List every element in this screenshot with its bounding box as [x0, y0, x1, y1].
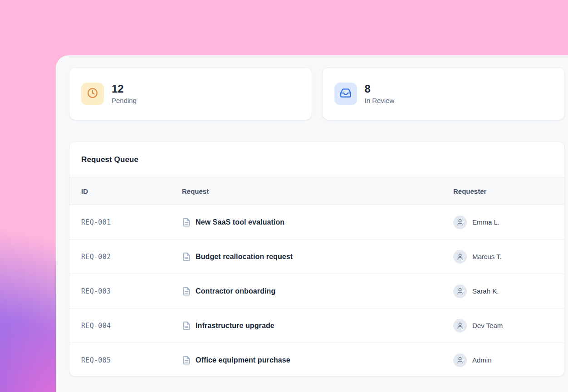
avatar — [453, 353, 467, 367]
request-title: Budget reallocation request — [196, 253, 293, 261]
request-id: REQ-003 — [81, 287, 182, 295]
inbox-icon — [340, 87, 352, 101]
pending-icon-box — [81, 83, 104, 105]
stat-card-pending: 12 Pending — [69, 67, 312, 120]
table-header-row: ID Request Requester — [69, 177, 564, 205]
stat-card-in-review: 8 In Review — [322, 67, 565, 120]
file-text-icon — [182, 356, 191, 365]
table-title: Request Queue — [81, 155, 138, 164]
request-id: REQ-005 — [81, 356, 182, 364]
requester-name: Dev Team — [472, 322, 503, 329]
request-title: Infrastructure upgrade — [196, 322, 274, 330]
avatar — [453, 284, 467, 298]
avatar — [453, 250, 467, 264]
in-review-count: 8 — [365, 83, 395, 95]
dashboard-panel: 12 Pending 8 In Review Request Queue — [56, 55, 568, 392]
column-header-request: Request — [182, 187, 453, 195]
requester-name: Admin — [472, 356, 492, 364]
avatar — [453, 319, 467, 333]
clock-icon — [87, 87, 98, 101]
in-review-icon-box — [334, 83, 357, 105]
file-text-icon — [182, 252, 191, 261]
requester-name: Marcus T. — [472, 253, 502, 260]
file-text-icon — [182, 218, 191, 227]
column-header-requester: Requester — [453, 187, 564, 195]
table-title-row: Request Queue — [69, 142, 564, 177]
request-title: Office equipment purchase — [196, 356, 290, 364]
request-id: REQ-002 — [81, 253, 182, 261]
request-id: REQ-004 — [81, 322, 182, 330]
in-review-label: In Review — [365, 97, 395, 104]
avatar — [453, 216, 467, 229]
request-id: REQ-001 — [81, 218, 182, 226]
file-text-icon — [182, 287, 191, 296]
stat-text-block: 8 In Review — [365, 83, 395, 104]
request-title: Contractor onboarding — [196, 287, 275, 295]
file-text-icon — [182, 321, 191, 330]
requester-name: Emma L. — [472, 218, 499, 226]
request-queue-card: Request Queue ID Request Requester REQ-0… — [69, 142, 565, 377]
column-header-id: ID — [81, 187, 182, 195]
table-row[interactable]: REQ-005 Office equipment purchase — [69, 343, 564, 377]
pending-count: 12 — [112, 83, 137, 95]
table-row[interactable]: REQ-003 Contractor onboarding — [69, 274, 564, 308]
table-row[interactable]: REQ-004 Infrastructure upgrade — [69, 308, 564, 343]
request-title: New SaaS tool evaluation — [196, 218, 284, 226]
stats-row: 12 Pending 8 In Review — [69, 67, 565, 120]
requester-name: Sarah K. — [472, 287, 499, 295]
table-row[interactable]: REQ-001 New SaaS tool evaluation — [69, 205, 564, 239]
pending-label: Pending — [112, 97, 137, 104]
stat-text-block: 12 Pending — [112, 83, 137, 104]
table-row[interactable]: REQ-002 Budget reallocation request — [69, 239, 564, 274]
